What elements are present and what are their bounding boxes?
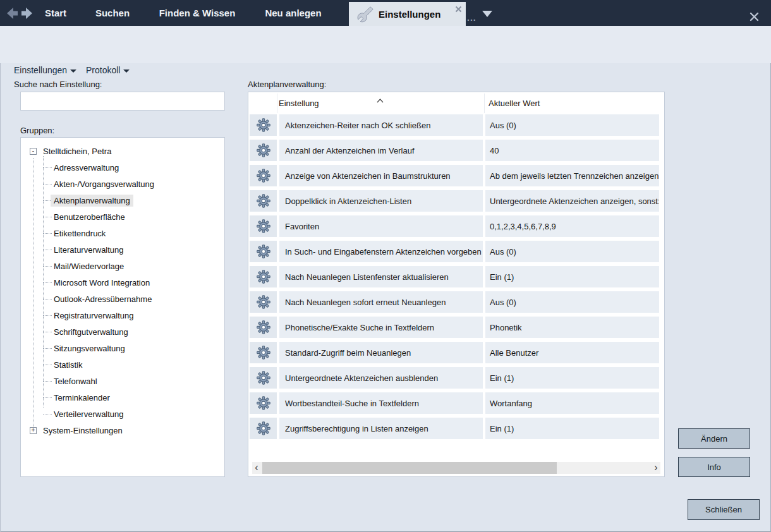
setting-icon-cell xyxy=(250,418,277,439)
setting-icon-cell xyxy=(250,190,277,212)
setting-value: Aus (0) xyxy=(485,241,659,262)
table-row[interactable]: Anzahl der Aktenzeichen im Verlauf 40 xyxy=(250,140,659,161)
tree-item[interactable]: Terminkalender xyxy=(43,389,224,406)
table-row[interactable]: Standard-Zugriff beim Neuanlegen Alle Be… xyxy=(250,342,659,363)
tree-item[interactable]: Sitzungsverwaltung xyxy=(43,340,224,356)
tree-item[interactable]: Telefonwahl xyxy=(43,373,224,389)
gear-icon xyxy=(257,219,270,233)
setting-name: Nach Neuanlegen sofort erneut Neuanlegen xyxy=(279,291,483,313)
menu-protokoll[interactable]: Protokoll xyxy=(86,64,130,76)
menu-protokoll-label: Protokoll xyxy=(86,65,120,75)
tab-suchen[interactable]: Suchen xyxy=(86,0,139,26)
tree-item-label: Statistik xyxy=(51,359,86,371)
wrench-icon xyxy=(357,6,373,25)
setting-name: Standard-Zugriff beim Neuanlegen xyxy=(279,342,483,363)
setting-name: In Such- und Eingabefenstern Aktenzeiche… xyxy=(279,241,483,262)
setting-name: Untergeordnete Aktenzeichen ausblenden xyxy=(279,367,483,389)
menu-einstellungen[interactable]: Einstellungen xyxy=(14,64,76,76)
setting-value: Aus (0) xyxy=(485,114,659,136)
settings-window: Start Suchen Finden & Wissen Neu anlegen… xyxy=(0,0,771,532)
search-input[interactable] xyxy=(20,92,225,111)
tree-system-label: System-Einstellungen xyxy=(40,425,126,437)
setting-value: Aus (0) xyxy=(485,291,659,313)
setting-value: Phonetik xyxy=(485,317,659,338)
gear-icon xyxy=(257,143,270,157)
table-row[interactable]: Wortbestandteil-Suche in Textfeldern Wor… xyxy=(250,392,659,414)
tab-overflow-dots[interactable]: ... xyxy=(467,13,477,23)
search-label: Suche nach Einstellung: xyxy=(14,80,102,89)
groups-tree: - Stelltdichein, Petra Adressverwaltung … xyxy=(21,138,224,438)
aendern-button[interactable]: Ändern xyxy=(678,428,750,449)
tree-item[interactable]: Mail/Wiedervorlage xyxy=(43,258,224,274)
tree-item[interactable]: Adressverwaltung xyxy=(43,159,224,176)
tab-start[interactable]: Start xyxy=(35,0,76,26)
setting-icon-cell xyxy=(250,342,277,363)
tree-item-label: Adressverwaltung xyxy=(51,162,122,174)
tree-item-label: Benutzeroberfläche xyxy=(51,211,128,223)
gear-icon xyxy=(257,169,270,183)
settings-rows: Aktenzeichen-Reiter nach OK schließen Au… xyxy=(250,114,659,443)
tab-close-icon[interactable] xyxy=(455,4,463,11)
tree-item[interactable]: Schriftgutverwaltung xyxy=(43,323,224,340)
table-row[interactable]: Nach Neuanlegen Listenfenster aktualisie… xyxy=(250,266,659,287)
setting-name: Zugriffsberechtigung in Listen anzeigen xyxy=(279,418,483,439)
tree-item-label: Telefonwahl xyxy=(51,375,100,387)
tree-item[interactable]: Verteilerverwaltung xyxy=(43,406,224,422)
tree-item[interactable]: Statistik xyxy=(43,356,224,373)
setting-name: Aktenzeichen-Reiter nach OK schließen xyxy=(279,114,483,136)
table-row[interactable]: In Such- und Eingabefenstern Aktenzeiche… xyxy=(250,241,659,262)
history-nav-arrows[interactable] xyxy=(6,7,33,22)
scroll-right-icon[interactable]: › xyxy=(652,462,660,474)
tree-root-label: Stelltdichein, Petra xyxy=(40,145,114,157)
table-row[interactable]: Anzeige von Aktenzeichen in Baumstruktur… xyxy=(250,165,659,186)
groups-tree-panel: - Stelltdichein, Petra Adressverwaltung … xyxy=(20,137,225,477)
setting-icon-cell xyxy=(250,367,277,389)
setting-value: Ein (1) xyxy=(485,418,659,439)
tab-neu-anlegen[interactable]: Neu anlegen xyxy=(255,0,331,26)
tree-item-label: Verteilerverwaltung xyxy=(51,408,127,420)
tab-list-dropdown-icon[interactable] xyxy=(482,11,492,17)
tree-item[interactable]: Registraturverwaltung xyxy=(43,307,224,323)
setting-name: Anzeige von Aktenzeichen in Baumstruktur… xyxy=(279,165,483,186)
window-close-icon[interactable] xyxy=(750,12,759,21)
gear-icon xyxy=(257,371,270,385)
tree-item[interactable]: Aktenplanverwaltung xyxy=(43,192,224,209)
scroll-left-icon[interactable]: ‹ xyxy=(252,462,261,474)
tree-item[interactable]: Microsoft Word Integration xyxy=(43,274,224,291)
gear-icon xyxy=(257,270,270,284)
tree-item-label: Outlook-Adressübernahme xyxy=(51,293,155,305)
table-title: Aktenplanverwaltung: xyxy=(248,80,326,89)
tree-root-system[interactable]: + System-Einstellungen xyxy=(30,422,224,438)
table-row[interactable]: Aktenzeichen-Reiter nach OK schließen Au… xyxy=(250,114,659,136)
table-row[interactable]: Zugriffsberechtigung in Listen anzeigen … xyxy=(250,418,659,439)
setting-icon-cell xyxy=(250,266,277,287)
collapse-icon[interactable]: - xyxy=(30,148,37,155)
table-row[interactable]: Doppelklick in Aktenzeichen-Listen Unter… xyxy=(250,190,659,212)
tree-item[interactable]: Akten-/Vorgangsverwaltung xyxy=(43,176,224,192)
table-row[interactable]: Nach Neuanlegen sofort erneut Neuanlegen… xyxy=(250,291,659,313)
tab-finden-wissen[interactable]: Finden & Wissen xyxy=(144,0,250,26)
tree-root-user[interactable]: - Stelltdichein, Petra xyxy=(30,143,224,159)
expand-icon[interactable]: + xyxy=(30,427,37,434)
tree-item[interactable]: Literaturverwaltung xyxy=(43,241,224,258)
setting-icon-cell xyxy=(250,165,277,186)
active-tab-label: Einstellungen xyxy=(379,2,440,27)
horizontal-scrollbar[interactable]: ‹ › xyxy=(252,462,660,474)
tree-item[interactable]: Outlook-Adressübernahme xyxy=(43,291,224,307)
tab-einstellungen-active[interactable]: Einstellungen xyxy=(349,2,466,26)
column-header-einstellung[interactable]: Einstellung xyxy=(279,99,319,108)
scrollbar-thumb[interactable] xyxy=(262,462,557,474)
gear-icon xyxy=(257,118,270,132)
setting-value: Ein (1) xyxy=(485,367,659,389)
tree-item[interactable]: Etikettendruck xyxy=(43,225,224,241)
table-row[interactable]: Favoriten 0,1,2,3,4,5,6,7,8,9 xyxy=(250,215,659,237)
gear-icon xyxy=(257,245,270,258)
info-button[interactable]: Info xyxy=(678,457,750,477)
tree-item-label: Mail/Wiedervorlage xyxy=(51,260,127,272)
tree-item-label: Terminkalender xyxy=(51,392,113,404)
schliessen-button[interactable]: Schließen xyxy=(688,499,760,520)
table-row[interactable]: Untergeordnete Aktenzeichen ausblenden E… xyxy=(250,367,659,389)
column-header-aktueller-wert[interactable]: Aktueller Wert xyxy=(489,99,540,108)
table-row[interactable]: Phonetische/Exakte Suche in Textfeldern … xyxy=(250,317,659,338)
tree-item[interactable]: Benutzeroberfläche xyxy=(43,209,224,225)
